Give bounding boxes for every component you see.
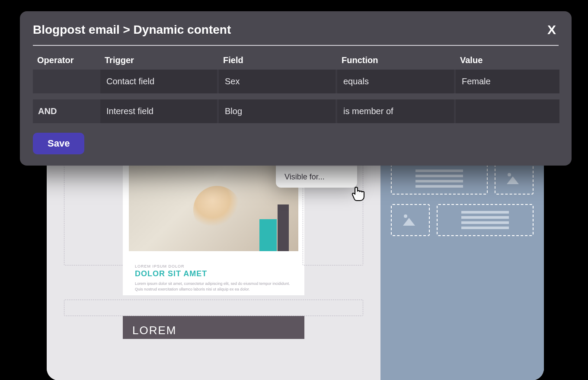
col-function: Function bbox=[342, 55, 458, 65]
banner-text: LOREM bbox=[132, 324, 295, 337]
text-lines-icon bbox=[415, 169, 463, 188]
block-text: Lorem ipsum dolor sit amet, consectetur … bbox=[123, 281, 304, 295]
lib-image-block[interactable] bbox=[495, 163, 534, 195]
condition-row: Contact field Sex equals Female bbox=[33, 70, 559, 93]
banner-block[interactable]: LOREM bbox=[123, 316, 304, 339]
block-subheading: LOREM IPSUM DOLOR bbox=[123, 251, 304, 268]
dialog-title: Blogpost email > Dynamic content bbox=[33, 23, 231, 37]
lib-text-block[interactable] bbox=[437, 204, 534, 236]
block-heading: DOLOR SIT AMET bbox=[123, 268, 304, 281]
lib-image-block[interactable] bbox=[391, 204, 430, 236]
cell-value[interactable]: Female bbox=[456, 70, 559, 93]
col-trigger: Trigger bbox=[105, 55, 221, 65]
cell-function[interactable]: is member of bbox=[337, 99, 454, 123]
cell-trigger[interactable]: Contact field bbox=[100, 70, 217, 93]
cell-trigger[interactable]: Interest field bbox=[100, 99, 217, 123]
pointer-cursor-icon bbox=[351, 185, 367, 202]
menu-item-visible-for[interactable]: Visible for... bbox=[276, 166, 357, 188]
text-lines-icon bbox=[461, 211, 509, 229]
condition-row: AND Interest field Blog is member of bbox=[33, 99, 559, 123]
cell-operator[interactable]: AND bbox=[33, 99, 99, 123]
cell-function[interactable]: equals bbox=[337, 70, 454, 93]
col-field: Field bbox=[223, 55, 340, 65]
cell-value[interactable] bbox=[456, 99, 559, 123]
drop-slot[interactable] bbox=[64, 300, 363, 316]
image-icon bbox=[506, 172, 522, 185]
cell-operator[interactable] bbox=[33, 70, 99, 93]
close-icon[interactable]: X bbox=[545, 22, 559, 37]
cell-field[interactable]: Blog bbox=[219, 99, 336, 123]
lib-text-block[interactable] bbox=[391, 163, 488, 195]
dialog-header: Blogpost email > Dynamic content X bbox=[33, 22, 559, 46]
dynamic-content-dialog: Blogpost email > Dynamic content X Opera… bbox=[20, 11, 572, 166]
table-header-row: Operator Trigger Field Function Value bbox=[33, 55, 559, 70]
block-image[interactable] bbox=[129, 160, 298, 251]
col-value: Value bbox=[460, 55, 564, 65]
save-button[interactable]: Save bbox=[33, 133, 84, 154]
col-operator: Operator bbox=[37, 55, 103, 65]
image-icon bbox=[402, 214, 419, 227]
cell-field[interactable]: Sex bbox=[219, 70, 336, 93]
condition-table: Operator Trigger Field Function Value Co… bbox=[33, 55, 559, 123]
